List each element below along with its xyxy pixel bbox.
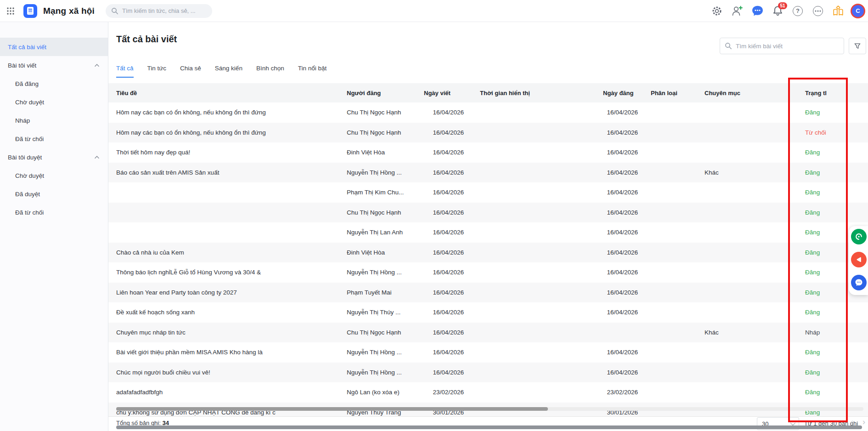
notification-badge: 51 <box>778 2 787 9</box>
cell-topic: Khác <box>705 329 803 336</box>
sidebar-item-label: Chờ duyệt <box>15 99 100 106</box>
app-grid-icon[interactable] <box>6 6 15 16</box>
status-badge: Đăng <box>803 169 845 176</box>
table-row[interactable]: Hôm nay các bạn có ổn không, nếu không ổ… <box>108 102 868 123</box>
table-row[interactable]: adafafadfadfbfghNgô Lan (ko xóa e)23/02/… <box>108 382 868 403</box>
cell-published-date: 16/04/2026 <box>595 369 651 376</box>
sidebar-item[interactable]: Bài tôi viết <box>0 56 108 74</box>
handbook-button[interactable] <box>830 3 846 19</box>
funnel-icon <box>853 42 862 50</box>
cell-written-date: 16/04/2026 <box>420 189 480 196</box>
notifications-button[interactable]: 51 <box>770 3 785 19</box>
table-row[interactable]: Thời tiết hôm nay đẹp quá!Đinh Việt Hòa1… <box>108 142 868 163</box>
next-page-button[interactable]: › <box>862 417 865 427</box>
status-badge: Đăng <box>803 269 845 276</box>
user-avatar[interactable]: C <box>851 4 865 18</box>
cell-title: adafafadfadfbfgh <box>116 389 347 396</box>
tab[interactable]: Sáng kiến <box>215 65 242 78</box>
table-hscrollbar-track[interactable] <box>116 407 863 411</box>
table-row[interactable]: Chào cả nhà iu của KemĐinh Việt Hòa16/04… <box>108 243 868 263</box>
cell-author: Nguyễn Thị Hồng ... <box>347 269 420 276</box>
cell-title: Báo cáo sản xuất trên AMIS Sản xuất <box>116 169 347 176</box>
spiral-icon <box>854 232 863 241</box>
table-row[interactable]: Thông báo lịch nghỉLễ Giỗ tổ Hùng Vương … <box>108 262 868 283</box>
sidebar-item-label: Đã từ chối <box>15 136 100 142</box>
tab[interactable]: Tin tức <box>147 65 167 78</box>
column-header: Tiêu đề <box>116 90 347 96</box>
table-row[interactable]: Đề xuất kế hoạch sống xanhNguyễn Thị Thú… <box>108 302 868 323</box>
cell-written-date: 16/04/2026 <box>420 309 480 316</box>
settings-button[interactable] <box>709 3 725 19</box>
chat-button[interactable] <box>750 3 765 19</box>
cell-author: Nguyễn Thị Hồng ... <box>347 369 420 376</box>
cell-written-date: 16/04/2026 <box>420 129 480 136</box>
cell-written-date: 23/02/2026 <box>420 389 480 396</box>
sidebar-item-label: Nháp <box>15 117 100 124</box>
cell-author: Chu Thị Ngọc Hạnh <box>347 209 420 216</box>
app-logo-icon[interactable] <box>23 4 37 18</box>
tab[interactable]: Bình chọn <box>256 65 284 78</box>
tab[interactable]: Chia sẻ <box>180 65 201 78</box>
more-options-button[interactable] <box>810 3 826 19</box>
table-row[interactable]: Chu Thị Ngọc Hạnh16/04/202616/04/2026Đăn… <box>108 203 868 223</box>
zalo-contact-button[interactable] <box>851 229 867 244</box>
table-body: Hôm nay các bạn có ổn không, nếu không ổ… <box>108 102 868 416</box>
page: Mạng xã hội Tìm kiếm tin tức, chia sẻ, .… <box>0 0 868 431</box>
table-row[interactable]: Chuyên mục nháp tin tứcChu Thị Ngọc Hạnh… <box>108 323 868 343</box>
cell-author: Chu Thị Ngọc Hạnh <box>347 329 420 336</box>
tab[interactable]: Tất cả <box>116 65 134 78</box>
column-header: Ngày đăng <box>595 90 651 96</box>
column-header: Phân loại <box>651 90 705 96</box>
cell-written-date: 16/04/2026 <box>420 329 480 336</box>
sidebar-item[interactable]: Chờ duyệt <box>0 166 108 185</box>
hotline-contact-button[interactable] <box>851 252 867 267</box>
sidebar-item[interactable]: Bài tôi duyệt <box>0 148 108 166</box>
search-icon <box>111 7 118 15</box>
sidebar-item[interactable]: Đã đăng <box>0 74 108 93</box>
global-search-input[interactable]: Tìm kiếm tin tức, chia sẻ, ... <box>106 4 212 18</box>
sidebar-item-label: Bài tôi viết <box>8 62 90 69</box>
cell-title: Thông báo lịch nghỉLễ Giỗ tổ Hùng Vương … <box>116 269 347 276</box>
global-search-placeholder: Tìm kiếm tin tức, chia sẻ, ... <box>122 7 196 14</box>
table-row[interactable]: Nguyễn Thị Lan Anh16/04/202616/04/2026Đă… <box>108 222 868 243</box>
table-row[interactable]: Hôm nay các bạn có ổn không, nếu không ổ… <box>108 123 868 143</box>
sidebar-item[interactable]: Đã duyệt <box>0 185 108 203</box>
chevron-up-icon <box>94 63 100 67</box>
sidebar-item[interactable]: Nháp <box>0 111 108 130</box>
sidebar-item[interactable]: Chờ duyệt <box>0 93 108 111</box>
filter-button[interactable] <box>849 38 866 54</box>
status-badge: Đăng <box>803 369 845 376</box>
idea-book-icon <box>832 5 844 17</box>
sidebar-item[interactable]: Tất cả bài viết <box>0 38 108 56</box>
messenger-contact-button[interactable] <box>851 275 867 290</box>
sidebar-item-label: Tất cả bài viết <box>8 44 100 51</box>
post-search-input[interactable]: Tìm kiếm bài viết <box>720 38 844 54</box>
table-row[interactable]: Phạm Thị Kim Chu...16/04/202616/04/2026Đ… <box>108 182 868 203</box>
table-row[interactable]: Báo cáo sản xuất trên AMIS Sản xuấtNguyễ… <box>108 163 868 183</box>
cell-title: Bài viết giới thiệu phần mềm MISA AMIS K… <box>116 349 347 356</box>
arrow-left-icon <box>855 255 863 264</box>
sidebar-item[interactable]: Đã từ chối <box>0 203 108 221</box>
page-hscrollbar-thumb[interactable] <box>116 425 862 429</box>
cell-author: Nguyễn Thị Lan Anh <box>347 229 420 236</box>
cell-published-date: 16/04/2026 <box>595 229 651 236</box>
cell-title: Đề xuất kế hoạch sống xanh <box>116 309 347 316</box>
sidebar-item-label: Bài tôi duyệt <box>8 154 90 161</box>
status-badge: Đăng <box>803 209 845 216</box>
tab[interactable]: Tin nổi bật <box>298 65 327 78</box>
post-search-placeholder: Tìm kiếm bài viết <box>736 43 783 50</box>
table-row[interactable]: Liên hoan Year end Party toàn công ty 20… <box>108 283 868 303</box>
help-button[interactable]: ? <box>790 3 806 19</box>
cell-written-date: 16/04/2026 <box>420 249 480 256</box>
status-badge: Đăng <box>803 309 845 316</box>
cell-title: Chuyên mục nháp tin tức <box>116 329 347 336</box>
table-hscrollbar-thumb[interactable] <box>116 407 548 411</box>
add-user-button[interactable] <box>729 3 745 19</box>
ellipsis-icon <box>813 6 823 16</box>
table-row[interactable]: Bài viết giới thiệu phần mềm MISA AMIS K… <box>108 342 868 363</box>
user-plus-icon <box>731 5 743 17</box>
cell-written-date: 16/04/2026 <box>420 109 480 116</box>
sidebar-item[interactable]: Đã từ chối <box>0 130 108 148</box>
table-header-row: Tiêu đềNgười đăngNgày viếtThời gian hiển… <box>108 83 868 102</box>
table-row[interactable]: Chúc mọi người buổi chiều vui vẻ!Nguyễn … <box>108 363 868 383</box>
